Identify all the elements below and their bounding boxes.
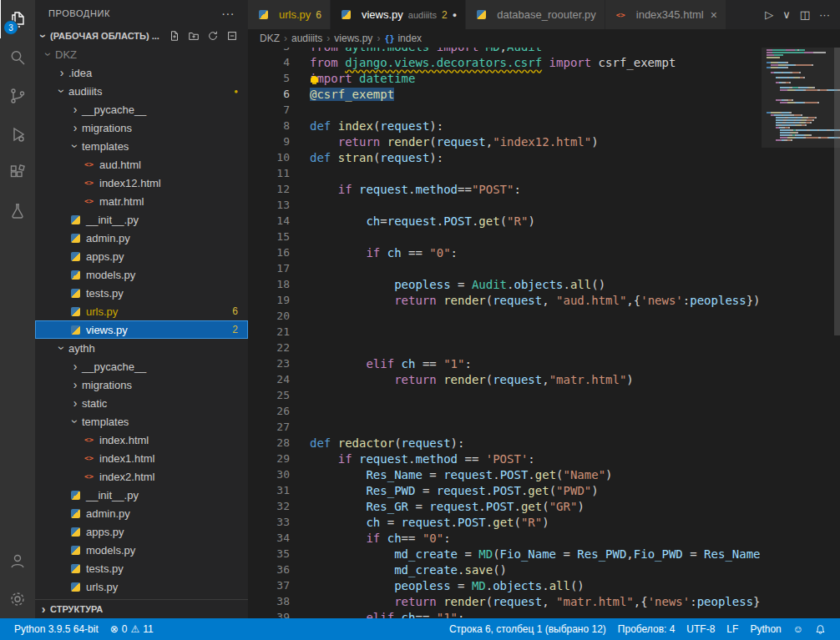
code-line-39[interactable]: 39 elif ch== "1": [248,611,761,618]
code-line-16[interactable]: 16 if ch == "0": [248,246,761,262]
code-line-9[interactable]: 9 return render(request,"index12.html") [248,135,761,151]
tree-item-index.html[interactable]: <>index.html [35,431,248,449]
code-editor[interactable]: 3from aythh.models import MD,Audit4from … [248,48,840,618]
code-line-36[interactable]: 36 md_create.save() [248,563,761,579]
tree-item-__init__.py[interactable]: __init__.py [35,210,248,229]
tree-item-index2.html[interactable]: <>index2.html [35,467,248,486]
more-actions-button[interactable]: ··· [819,8,830,21]
problems-status[interactable]: ⊗ 0 ⚠ 11 [104,623,159,635]
code-line-15[interactable]: 15 [248,230,761,246]
lightbulb-icon[interactable] [311,76,318,83]
tree-item-migrations[interactable]: ›migrations [35,118,248,137]
tab-views.py[interactable]: views.pyaudiiits2● [331,0,466,29]
cursor-position-status[interactable]: Строка 6, столбец 1 (выбрано 12) [443,623,612,635]
language-mode-status[interactable]: Python [744,623,787,635]
tree-item-tests.py[interactable]: tests.py [35,559,248,577]
code-line-37[interactable]: 37 peopless = MD.objects.all() [248,579,761,595]
tree-item-views.py[interactable]: views.py2 [35,320,248,339]
code-area[interactable]: 3from aythh.models import MD,Audit4from … [248,48,761,618]
activity-extensions-button[interactable] [0,154,35,192]
code-line-3[interactable]: 3from aythh.models import MD,Audit [248,48,761,56]
tree-item-index1.html[interactable]: <>index1.html [35,449,248,467]
activity-testing-button[interactable] [0,192,35,230]
close-icon[interactable]: × [711,8,717,22]
tree-item-.idea[interactable]: ›.idea [35,63,248,82]
run-button[interactable]: ▷ [765,8,773,21]
tree-item-index12.html[interactable]: <>index12.html [35,174,248,192]
activity-explorer-button[interactable]: 3 [0,0,36,38]
breadcrumb-item-views.py[interactable]: views.py [334,33,372,44]
code-line-12[interactable]: 12 if request.method=="POST": [248,183,761,199]
activity-search-button[interactable] [0,38,35,77]
tree-item-tests.py[interactable]: tests.py [35,284,248,302]
tree-item-templates[interactable]: ›templates [35,412,248,431]
run-dropdown-icon[interactable]: ∨ [782,8,791,21]
code-line-29[interactable]: 29 if request.method == 'POST': [248,452,761,468]
tree-item-__pycache__[interactable]: ›__pycache__ [35,100,248,118]
code-line-6[interactable]: 6@csrf_exempt [248,88,761,103]
code-line-14[interactable]: 14 ch=request.POST.get("R") [248,214,761,230]
encoding-status[interactable]: UTF-8 [681,623,721,635]
notifications-bell-icon[interactable] [809,624,832,635]
refresh-icon[interactable] [207,30,219,42]
code-line-31[interactable]: 31 Res_PWD = request.POST.get("PWD") [248,484,761,500]
code-line-13[interactable]: 13 [248,199,761,214]
tree-item-audiiits[interactable]: ›audiiits● [35,82,248,100]
code-line-20[interactable]: 20 [248,310,761,325]
code-line-25[interactable]: 25 [248,389,761,405]
code-line-33[interactable]: 33 ch = request.POST.get("R") [248,516,761,532]
tree-item-models.py[interactable]: models.py [35,265,248,284]
code-line-5[interactable]: 5import datetime [248,72,761,88]
minimap[interactable] [767,49,833,142]
tree-item-views.py[interactable]: views.py [35,596,248,599]
code-line-30[interactable]: 30 Res_Name = request.POST.get("Name") [248,468,761,484]
tab-index345.html[interactable]: <>index345.html× [605,0,726,29]
activity-run-debug-button[interactable] [0,115,35,154]
code-line-26[interactable]: 26 [248,405,761,421]
tree-item-models.py[interactable]: models.py [35,541,248,559]
breadcrumb-item-index[interactable]: index [397,33,422,44]
code-line-18[interactable]: 18 peopless = Audit.objects.all() [248,278,761,294]
new-file-icon[interactable] [169,30,180,42]
tree-item-admin.py[interactable]: admin.py [35,504,248,522]
code-line-35[interactable]: 35 md_create = MD(Fio_Name = Res_PWD,Fio… [248,547,761,563]
split-editor-button[interactable]: ◫ [800,8,810,21]
tree-item-apps.py[interactable]: apps.py [35,247,248,265]
activity-settings-button[interactable] [0,580,35,618]
breadcrumb-item-audiiits[interactable]: audiiits [291,33,322,44]
tree-item-DKZ[interactable]: ›DKZ [35,45,248,63]
breadcrumb-item-DKZ[interactable]: DKZ [260,33,280,44]
collapse-all-icon[interactable] [226,30,238,42]
feedback-smiley-icon[interactable]: ☺ [787,623,809,635]
code-line-23[interactable]: 23 elif ch == "1": [248,357,761,373]
code-line-8[interactable]: 8def index(request): [248,119,761,135]
tree-item-__pycache__[interactable]: ›__pycache__ [35,357,248,375]
new-folder-icon[interactable] [188,30,200,42]
code-line-24[interactable]: 24 return render(request,"matr.html") [248,373,761,389]
tree-item-__init__.py[interactable]: __init__.py [35,486,248,504]
outline-section-header[interactable]: › СТРУКТУРА [35,599,248,618]
code-line-22[interactable]: 22 [248,341,761,357]
code-line-4[interactable]: 4from django.views.decorators.csrf impor… [248,56,761,72]
code-line-38[interactable]: 38 return render(request, "matr.html",{'… [248,595,761,611]
code-line-11[interactable]: 11 [248,167,761,183]
python-interpreter-status[interactable]: Python 3.9.5 64-bit [8,623,104,635]
dirty-dot-icon[interactable]: ● [453,11,457,19]
code-line-27[interactable]: 27 [248,421,761,436]
tree-item-aud.html[interactable]: <>aud.html [35,155,248,174]
code-line-21[interactable]: 21 [248,325,761,341]
activity-account-button[interactable] [0,542,35,580]
indentation-status[interactable]: Пробелов: 4 [612,623,681,635]
code-line-34[interactable]: 34 if ch== "0": [248,532,761,547]
eol-status[interactable]: LF [721,623,744,635]
tree-item-aythh[interactable]: ›aythh [35,339,248,357]
code-line-28[interactable]: 28def redactor(request): [248,436,761,452]
workspace-section-header[interactable]: › (РАБОЧАЯ ОБЛАСТЬ) ... [35,27,248,45]
tab-database_roouter.py[interactable]: database_roouter.py [466,0,605,29]
tree-item-templates[interactable]: ›templates [35,137,248,155]
tree-item-migrations[interactable]: ›migrations [35,375,248,394]
tree-item-urls.py[interactable]: urls.py6 [35,302,248,320]
code-line-32[interactable]: 32 Res_GR = request.POST.get("GR") [248,500,761,516]
code-line-7[interactable]: 7 [248,103,761,119]
tree-item-matr.html[interactable]: <>matr.html [35,192,248,210]
